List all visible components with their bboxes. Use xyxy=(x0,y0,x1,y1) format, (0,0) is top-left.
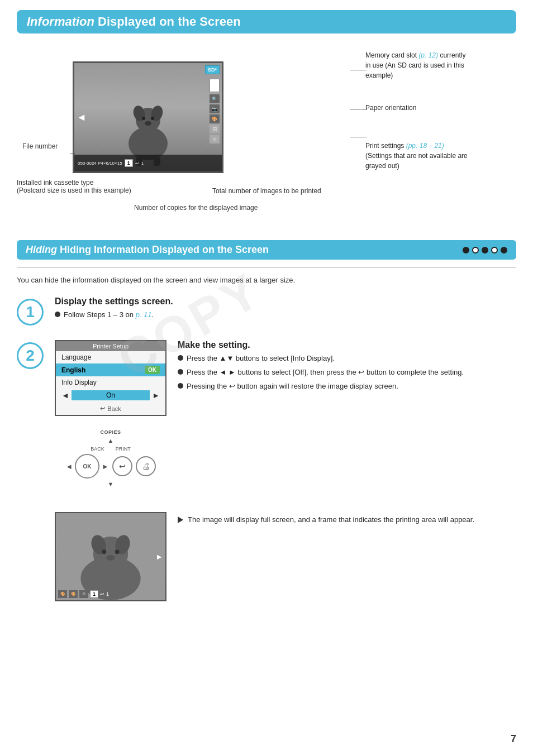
total-count: 1 xyxy=(141,161,144,166)
step-2-bullet-1: Press the ▲▼ buttons to select [Info Dis… xyxy=(178,353,516,364)
print-icon-btn: 🖨 xyxy=(142,462,150,471)
down-arrow[interactable]: ▼ xyxy=(108,481,114,487)
back-label: BACK xyxy=(91,446,104,452)
nav-right[interactable]: ► xyxy=(150,391,162,400)
step-1-bullets: Follow Steps 1 – 3 on p. 11. xyxy=(55,310,516,320)
dot-1 xyxy=(463,247,469,253)
step-2-bullet-2-text: Press the ◄ ► buttons to select [Off], t… xyxy=(187,367,464,378)
step-2-inner: Printer Setup Language English OK Info D… xyxy=(55,340,516,492)
back-button[interactable]: ↩ xyxy=(112,456,132,476)
section2-title-italic: Hiding xyxy=(26,244,57,255)
total-images-annotation: Total number of images to be printed xyxy=(212,187,321,195)
left-arrow-btn[interactable]: ◄ xyxy=(65,462,73,471)
step-2-bullet-3-text: Pressing the ↩ button again will restore… xyxy=(187,381,398,392)
step-2-bullet-1-text: Press the ▲▼ buttons to select [Info Dis… xyxy=(187,353,335,364)
section2-title-rest: Hiding Information Displayed on the Scre… xyxy=(60,244,269,255)
nav-left[interactable]: ◄ xyxy=(59,391,72,400)
section-divider xyxy=(17,267,516,268)
section1-title-italic: Information xyxy=(27,15,94,28)
print-icon-3: 🎨 xyxy=(210,114,220,123)
result-text-row: The image will display full screen, and … xyxy=(178,512,516,524)
result-triangle xyxy=(178,516,183,523)
up-arrow[interactable]: ▲ xyxy=(108,437,114,444)
print-count-box: 1 xyxy=(125,159,133,167)
language-value: English xyxy=(61,366,85,374)
bottom-count-box: 1 xyxy=(90,590,98,598)
dog-image xyxy=(115,82,182,166)
remote-up-down: ▲ xyxy=(108,437,114,444)
page: Information Displayed on the Screen xyxy=(0,0,533,756)
file-number: 050-0024 P4×6/10×15 xyxy=(78,161,122,166)
diagram-area: ◄ SD* 🔍 📷 🎨 🖼 ⚙ 050-0024 P4×6/10×15 xyxy=(17,45,516,223)
sd-badge: SD* xyxy=(205,65,220,74)
file-number-line xyxy=(70,154,75,154)
line-memory xyxy=(350,70,367,70)
bpi-2: 🎨 xyxy=(69,590,78,598)
bottom-count-num: 1 xyxy=(106,591,109,597)
ok-button[interactable]: OK xyxy=(145,366,160,374)
step-1-number: 1 xyxy=(17,299,44,326)
step-2-number: 2 xyxy=(17,342,44,369)
line-print xyxy=(350,137,367,137)
svg-point-15 xyxy=(115,549,120,554)
svg-point-16 xyxy=(106,555,115,561)
print-icons-column: 🔍 📷 🎨 🖼 ⚙ xyxy=(210,94,220,143)
nav-left-arrow: ◄ xyxy=(77,112,87,123)
step-2-bullets: Press the ▲▼ buttons to select [Info Dis… xyxy=(178,353,516,392)
section1-header: Information Displayed on the Screen xyxy=(17,10,516,34)
screen-mockup-2: Printer Setup Language English OK Info D… xyxy=(55,340,166,416)
bullet-circle-3 xyxy=(178,369,183,375)
screen-row-language: Language xyxy=(56,351,165,363)
dot-3 xyxy=(482,247,488,253)
step-2-title: Make the setting. xyxy=(178,340,516,350)
dot-2 xyxy=(472,247,479,253)
ok-circle[interactable]: OK xyxy=(75,454,99,479)
print-icon-small: ↩ xyxy=(135,161,139,166)
dot-4 xyxy=(491,247,498,253)
bpi-3: ⚙ xyxy=(79,590,88,598)
ink-cassette-annotation: Installed ink cassette type (Postcard si… xyxy=(17,179,131,194)
screen-title: Printer Setup xyxy=(56,341,165,351)
step-2-content: Make the setting. Press the ▲▼ buttons t… xyxy=(178,340,516,395)
step-1-content: Display the settings screen. Follow Step… xyxy=(55,296,516,324)
copies-label: COPIES xyxy=(100,429,121,435)
svg-point-8 xyxy=(145,121,151,126)
screen-row-language-value: English OK xyxy=(56,363,165,376)
bottom-result-row: ► 🎨 🎨 ⚙ 1 ↩ 1 The image will display ful… xyxy=(55,512,516,601)
ok-section: ◄ OK ► xyxy=(65,454,109,479)
back-icon-btn: ↩ xyxy=(119,462,126,471)
back-label: Back xyxy=(107,405,121,412)
screen-row-info: Info Display xyxy=(56,376,165,389)
bottom-bar: 050-0024 P4×6/10×15 1 ↩ 1 xyxy=(74,155,222,171)
ok-label: OK xyxy=(83,463,92,470)
print-label: PRINT xyxy=(116,446,131,452)
svg-point-6 xyxy=(142,117,145,120)
info-display-label: Info Display xyxy=(61,379,97,386)
step-1-bullet-1-text: Follow Steps 1 – 3 on p. 11. xyxy=(64,310,154,320)
step-2-left: Printer Setup Language English OK Info D… xyxy=(55,340,166,492)
section1-title-rest: Displayed on the Screen xyxy=(94,15,241,28)
dots-decoration xyxy=(463,247,507,253)
file-number-annotation: File number xyxy=(22,142,58,150)
svg-point-14 xyxy=(102,549,106,554)
print-icon-5: ⚙ xyxy=(210,135,220,143)
remote-buttons-row: ◄ OK ► ↩ � xyxy=(65,454,156,479)
right-arrow-btn[interactable]: ► xyxy=(102,462,109,471)
back-icon: ↩ xyxy=(100,405,105,412)
print-icon-4: 🖼 xyxy=(210,125,220,133)
camera-screen: ◄ SD* 🔍 📷 🎨 🖼 ⚙ 050-0024 P4×6/10×15 xyxy=(73,61,223,173)
remote-top-row: BACK PRINT xyxy=(91,446,131,452)
steps-container: 1 Display the settings screen. Follow St… xyxy=(17,296,516,601)
step-2-bullet-2: Press the ◄ ► buttons to select [Off], t… xyxy=(178,367,516,378)
bottom-back-icon: ↩ xyxy=(100,591,104,597)
camera-screen-inner: ◄ SD* 🔍 📷 🎨 🖼 ⚙ 050-0024 P4×6/10×15 xyxy=(74,63,222,171)
bottom-screen: ► 🎨 🎨 ⚙ 1 ↩ 1 xyxy=(55,512,166,601)
print-icon-1: 🔍 xyxy=(210,94,220,103)
screen-back-row: ↩ Back xyxy=(56,402,165,415)
num-copies-annotation: Number of copies for the displayed image xyxy=(134,204,258,212)
step-1-bullet-1: Follow Steps 1 – 3 on p. 11. xyxy=(55,310,516,320)
print-button[interactable]: 🖨 xyxy=(136,456,156,476)
step-2-row: 2 Printer Setup Language English OK xyxy=(17,340,516,492)
step-2-bullet-3: Pressing the ↩ button again will restore… xyxy=(178,381,516,392)
screen-nav-row: ◄ On ► xyxy=(56,389,165,402)
